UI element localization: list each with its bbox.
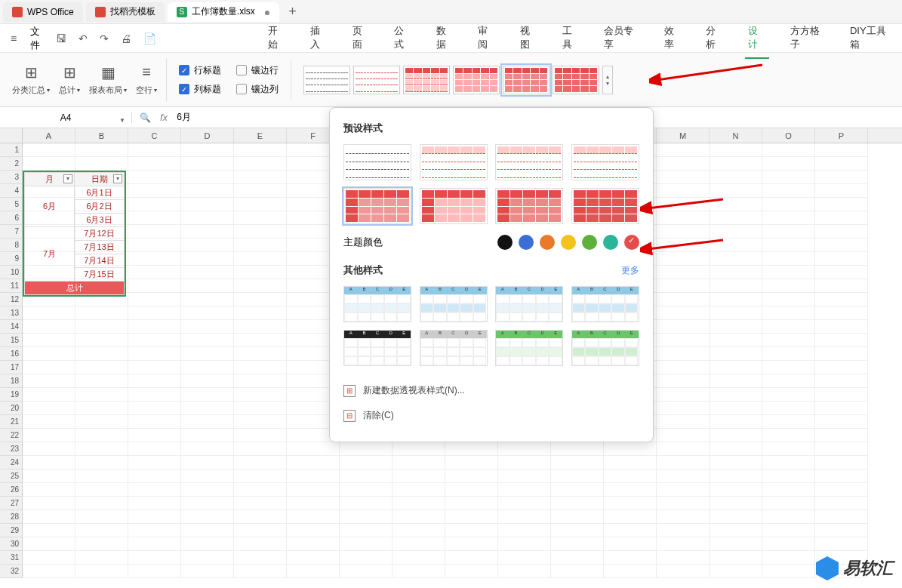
cell[interactable] bbox=[657, 388, 710, 402]
cell[interactable] bbox=[762, 279, 815, 293]
cell[interactable] bbox=[75, 565, 128, 578]
cell[interactable] bbox=[23, 157, 75, 171]
cell[interactable] bbox=[181, 306, 234, 320]
cell[interactable] bbox=[340, 565, 393, 578]
cell[interactable] bbox=[128, 279, 181, 293]
cell[interactable] bbox=[181, 565, 234, 578]
cell[interactable] bbox=[23, 320, 75, 334]
cell[interactable] bbox=[23, 442, 75, 456]
cell[interactable] bbox=[181, 497, 234, 510]
cell[interactable] bbox=[762, 266, 815, 279]
cell[interactable] bbox=[710, 361, 762, 374]
menu-tab-8[interactable]: 会员专享 bbox=[601, 18, 642, 59]
cell[interactable] bbox=[23, 347, 75, 361]
cell[interactable] bbox=[657, 483, 710, 497]
gallery-more-button[interactable]: ▴▾ bbox=[602, 66, 613, 94]
cell[interactable] bbox=[710, 442, 762, 456]
cell[interactable] bbox=[762, 347, 815, 361]
cell[interactable] bbox=[762, 510, 815, 524]
col-header[interactable]: C bbox=[128, 128, 181, 143]
cell[interactable] bbox=[234, 334, 287, 347]
cell[interactable] bbox=[393, 456, 445, 469]
cell[interactable] bbox=[604, 442, 657, 456]
row-header[interactable]: 27 bbox=[0, 497, 23, 510]
cell[interactable] bbox=[287, 524, 340, 537]
cell[interactable] bbox=[762, 143, 815, 157]
cell[interactable] bbox=[393, 537, 445, 551]
cell[interactable] bbox=[445, 442, 498, 456]
cell[interactable] bbox=[815, 198, 868, 211]
cell[interactable] bbox=[128, 211, 181, 225]
cell[interactable] bbox=[815, 266, 868, 279]
cell[interactable] bbox=[181, 442, 234, 456]
row-header[interactable]: 1 bbox=[0, 143, 23, 157]
cell[interactable] bbox=[762, 157, 815, 171]
preset-style-thumb[interactable] bbox=[571, 188, 639, 224]
cell[interactable] bbox=[23, 143, 75, 157]
cell[interactable] bbox=[445, 469, 498, 483]
col-header[interactable]: N bbox=[710, 128, 762, 143]
cell[interactable] bbox=[762, 442, 815, 456]
cell[interactable] bbox=[128, 143, 181, 157]
cell[interactable] bbox=[181, 469, 234, 483]
cell[interactable] bbox=[551, 497, 604, 510]
cell[interactable] bbox=[710, 456, 762, 469]
cell[interactable] bbox=[287, 551, 340, 565]
cell[interactable] bbox=[710, 524, 762, 537]
cell[interactable] bbox=[445, 551, 498, 565]
cell[interactable] bbox=[815, 442, 868, 456]
cell[interactable] bbox=[762, 320, 815, 334]
check-banded-row[interactable] bbox=[236, 65, 247, 75]
theme-color-swatch[interactable] bbox=[603, 235, 618, 250]
cell[interactable] bbox=[815, 347, 868, 361]
col-header[interactable]: M bbox=[657, 128, 710, 143]
cell[interactable] bbox=[762, 374, 815, 388]
cell[interactable] bbox=[234, 184, 287, 198]
cell[interactable] bbox=[234, 198, 287, 211]
cell[interactable] bbox=[815, 361, 868, 374]
menu-tab-4[interactable]: 数据 bbox=[433, 18, 457, 59]
preset-style-thumb[interactable] bbox=[495, 144, 563, 180]
cell[interactable] bbox=[75, 510, 128, 524]
other-style-thumb[interactable]: ABCDE bbox=[343, 330, 411, 366]
col-header[interactable]: P bbox=[815, 128, 868, 143]
cell[interactable] bbox=[340, 442, 393, 456]
col-header[interactable]: B bbox=[75, 128, 128, 143]
other-style-thumb[interactable]: ABCDE bbox=[571, 330, 639, 366]
cell[interactable] bbox=[181, 510, 234, 524]
cell[interactable] bbox=[23, 469, 75, 483]
cell[interactable] bbox=[181, 361, 234, 374]
cell[interactable] bbox=[234, 456, 287, 469]
cell[interactable] bbox=[445, 565, 498, 578]
cell[interactable] bbox=[445, 456, 498, 469]
cell[interactable] bbox=[762, 551, 815, 565]
cell[interactable] bbox=[234, 171, 287, 184]
cell[interactable] bbox=[181, 171, 234, 184]
cell[interactable] bbox=[234, 402, 287, 415]
save-icon[interactable]: 🖫 bbox=[53, 31, 69, 46]
check-row-header[interactable]: ✓ bbox=[179, 65, 189, 75]
row-header[interactable]: 12 bbox=[0, 293, 23, 306]
preset-style-thumb[interactable] bbox=[420, 188, 488, 224]
cell[interactable] bbox=[23, 374, 75, 388]
row-header[interactable]: 5 bbox=[0, 198, 23, 211]
cell[interactable] bbox=[23, 306, 75, 320]
tab-workbook[interactable]: S工作簿数量.xlsx● bbox=[168, 2, 279, 22]
cell[interactable] bbox=[23, 429, 75, 442]
cell[interactable] bbox=[287, 456, 340, 469]
cell[interactable] bbox=[551, 510, 604, 524]
cell[interactable] bbox=[75, 157, 128, 171]
cell[interactable] bbox=[75, 469, 128, 483]
cell[interactable] bbox=[234, 497, 287, 510]
cell[interactable] bbox=[762, 361, 815, 374]
cell[interactable] bbox=[551, 469, 604, 483]
cell[interactable] bbox=[710, 320, 762, 334]
cell[interactable] bbox=[762, 415, 815, 429]
cell[interactable] bbox=[657, 171, 710, 184]
row-header[interactable]: 23 bbox=[0, 442, 23, 456]
ribbon-style-thumb[interactable] bbox=[353, 66, 400, 94]
cell[interactable] bbox=[657, 320, 710, 334]
cell[interactable] bbox=[181, 252, 234, 266]
cell[interactable] bbox=[815, 388, 868, 402]
cell[interactable] bbox=[657, 143, 710, 157]
